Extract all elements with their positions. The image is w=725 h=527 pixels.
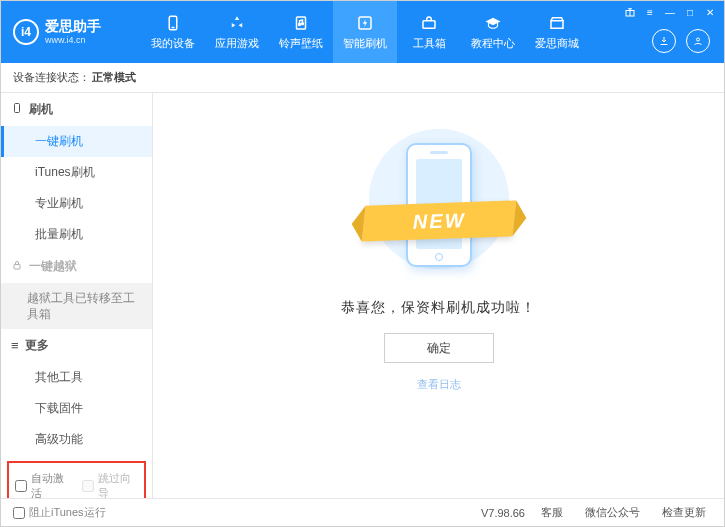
store-icon [548,14,566,32]
status-label: 设备连接状态： [13,70,90,85]
new-ribbon: NEW [361,200,515,241]
svg-rect-11 [14,265,20,270]
main-nav: 我的设备 应用游戏 铃声壁纸 智能刷机 工具箱 教程中心 [141,1,589,63]
checkbox-input[interactable] [13,507,25,519]
checkbox-auto-activate[interactable]: 自动激活 [15,471,72,498]
success-message: 恭喜您，保资料刷机成功啦！ [341,299,536,317]
device-status-bar: 设备连接状态： 正常模式 [1,63,724,93]
header-actions [652,29,710,53]
checkbox-block-itunes[interactable]: 阻止iTunes运行 [13,505,106,520]
highlight-box: 自动激活 跳过向导 [7,461,146,498]
version-label: V7.98.66 [481,507,525,519]
section-label: 刷机 [29,101,53,118]
section-jailbreak: 一键越狱 [1,250,152,283]
brand-url: www.i4.cn [45,35,101,45]
nav-label: 我的设备 [151,36,195,51]
checkbox-label: 自动激活 [31,471,72,498]
sidebar-item-itunes-flash[interactable]: iTunes刷机 [1,157,152,188]
section-label: 一键越狱 [29,258,77,275]
toolbox-icon [420,14,438,32]
nav-label: 爱思商城 [535,36,579,51]
window-controls: ≡ — □ ✕ [622,5,718,19]
svg-point-3 [299,23,301,25]
ok-button[interactable]: 确定 [384,333,494,363]
sidebar-item-pro-flash[interactable]: 专业刷机 [1,188,152,219]
maximize-icon[interactable]: □ [682,5,698,19]
nav-apps-games[interactable]: 应用游戏 [205,1,269,63]
music-file-icon [292,14,310,32]
checkbox-input[interactable] [15,480,27,492]
sidebar-item-other-tools[interactable]: 其他工具 [1,362,152,393]
sidebar-item-jailbreak-note[interactable]: 越狱工具已转移至工具箱 [1,283,152,329]
titlebar: i4 爱思助手 www.i4.cn 我的设备 应用游戏 铃声壁纸 智能刷机 [1,1,724,63]
checkbox-label: 跳过向导 [98,471,139,498]
graduation-icon [484,14,502,32]
svg-rect-2 [297,17,306,29]
svg-point-4 [302,22,304,24]
nav-label: 智能刷机 [343,36,387,51]
user-button[interactable] [686,29,710,53]
sidebar: 刷机 一键刷机 iTunes刷机 专业刷机 批量刷机 一键越狱 越狱工具已转移至… [1,93,153,498]
sidebar-item-advanced[interactable]: 高级功能 [1,424,152,455]
nav-tutorials[interactable]: 教程中心 [461,1,525,63]
svg-rect-7 [551,20,563,28]
sidebar-item-download-firmware[interactable]: 下载固件 [1,393,152,424]
gift-icon[interactable] [622,5,638,19]
body: 刷机 一键刷机 iTunes刷机 专业刷机 批量刷机 一键越狱 越狱工具已转移至… [1,93,724,498]
brand: i4 爱思助手 www.i4.cn [1,1,141,63]
sidebar-item-batch-flash[interactable]: 批量刷机 [1,219,152,250]
nav-label: 应用游戏 [215,36,259,51]
checkbox-input [82,480,94,492]
nav-smart-flash[interactable]: 智能刷机 [333,1,397,63]
brand-logo-icon: i4 [13,19,39,45]
phone-icon [11,101,23,118]
view-log-link[interactable]: 查看日志 [417,377,461,392]
lock-icon [11,259,23,274]
checkbox-skip-guide[interactable]: 跳过向导 [82,471,139,498]
nav-toolbox[interactable]: 工具箱 [397,1,461,63]
menu-icon: ≡ [11,338,19,353]
brand-name: 爱思助手 [45,19,101,34]
phone-icon [164,14,182,32]
nav-store[interactable]: 爱思商城 [525,1,589,63]
section-more[interactable]: ≡ 更多 [1,329,152,362]
footer-link-update[interactable]: 检查更新 [656,505,712,520]
svg-rect-6 [423,20,435,28]
close-icon[interactable]: ✕ [702,5,718,19]
minimize-icon[interactable]: — [662,5,678,19]
download-button[interactable] [652,29,676,53]
nav-label: 铃声壁纸 [279,36,323,51]
gamepad-icon [228,14,246,32]
footer: 阻止iTunes运行 V7.98.66 客服 微信公众号 检查更新 [1,498,724,526]
svg-rect-10 [15,104,20,113]
flash-icon [356,14,374,32]
success-illustration: NEW [344,129,534,279]
app-window: i4 爱思助手 www.i4.cn 我的设备 应用游戏 铃声壁纸 智能刷机 [0,0,725,527]
svg-point-9 [697,38,700,41]
nav-my-device[interactable]: 我的设备 [141,1,205,63]
section-flash[interactable]: 刷机 [1,93,152,126]
checkbox-label: 阻止iTunes运行 [29,505,106,520]
nav-label: 工具箱 [413,36,446,51]
menu-icon[interactable]: ≡ [642,5,658,19]
section-label: 更多 [25,337,49,354]
nav-label: 教程中心 [471,36,515,51]
status-value: 正常模式 [92,70,136,85]
sidebar-item-onekey-flash[interactable]: 一键刷机 [1,126,152,157]
footer-link-support[interactable]: 客服 [535,505,569,520]
footer-link-wechat[interactable]: 微信公众号 [579,505,646,520]
main-content: NEW 恭喜您，保资料刷机成功啦！ 确定 查看日志 [153,93,724,498]
nav-ringtones[interactable]: 铃声壁纸 [269,1,333,63]
